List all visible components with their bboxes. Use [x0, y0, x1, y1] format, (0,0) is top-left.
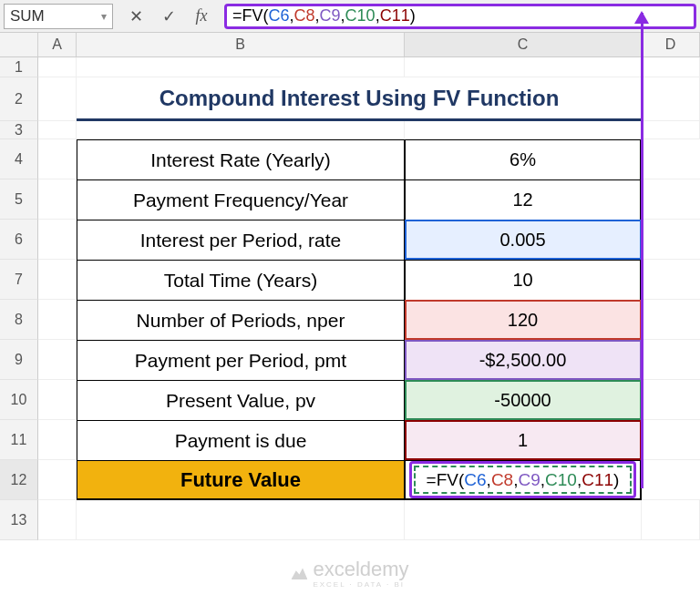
value-pv[interactable]: -50000: [405, 380, 642, 420]
cell-d5[interactable]: [642, 179, 700, 220]
cell-b1[interactable]: [77, 57, 405, 77]
row-header-9[interactable]: 9: [0, 340, 38, 380]
value-due[interactable]: 1: [405, 420, 642, 460]
col-header-c[interactable]: C: [405, 33, 642, 56]
cell-d10[interactable]: [642, 380, 700, 420]
formula-bar-icons: ✕ ✓ fx: [118, 5, 219, 28]
row-13: 13: [0, 500, 700, 540]
value-future-value[interactable]: =FV(C6,C8,C9,C10,C11): [405, 460, 642, 500]
cell-d9[interactable]: [642, 340, 700, 380]
cell-d7[interactable]: [642, 260, 700, 300]
grid-rows: 1 2 Compound Interest Using FV Function …: [0, 57, 700, 540]
value-nper[interactable]: 120: [405, 300, 642, 340]
row-header-2[interactable]: 2: [0, 77, 38, 121]
row-header-1[interactable]: 1: [0, 57, 38, 77]
formula-prefix: =FV(: [232, 6, 269, 26]
spreadsheet-grid: A B C D 1 2 Compound Interest Using FV F…: [0, 33, 700, 540]
watermark-logo-icon: [291, 567, 307, 579]
row-header-12[interactable]: 12: [0, 460, 38, 500]
row-header-6[interactable]: 6: [0, 220, 38, 260]
cell-b3[interactable]: [77, 121, 405, 139]
cell-c13[interactable]: [405, 500, 642, 540]
cell-a5[interactable]: [38, 179, 77, 220]
watermark-brand: exceldemy: [313, 558, 408, 580]
cell-a11[interactable]: [38, 420, 77, 460]
col-header-a[interactable]: A: [38, 33, 77, 56]
cell-a4[interactable]: [38, 139, 77, 179]
row-9: 9 Payment per Period, pmt -$2,500.00: [0, 340, 700, 380]
name-box[interactable]: SUM ▾: [4, 4, 113, 29]
row-2: 2 Compound Interest Using FV Function: [0, 77, 700, 121]
cell-a13[interactable]: [38, 500, 77, 540]
select-all-corner[interactable]: [0, 33, 38, 56]
cell-c1[interactable]: [405, 57, 642, 77]
label-time[interactable]: Total Time (Years): [77, 260, 405, 300]
cell-a3[interactable]: [38, 121, 77, 139]
fx-icon[interactable]: fx: [190, 5, 213, 28]
label-interest-rate[interactable]: Interest Rate (Yearly): [77, 139, 405, 179]
cell-d2[interactable]: [642, 77, 700, 121]
cell-d4[interactable]: [642, 139, 700, 179]
row-5: 5 Payment Frequency/Year 12: [0, 179, 700, 220]
cell-a12[interactable]: [38, 460, 77, 500]
cell-d11[interactable]: [642, 420, 700, 460]
ref-c10: C10: [345, 6, 376, 26]
cell-d1[interactable]: [642, 57, 700, 77]
cell-a8[interactable]: [38, 300, 77, 340]
col-header-d[interactable]: D: [642, 33, 700, 56]
cell-a7[interactable]: [38, 260, 77, 300]
row-6: 6 Interest per Period, rate 0.005: [0, 220, 700, 260]
formula-suffix: ): [410, 6, 416, 26]
label-pmt[interactable]: Payment per Period, pmt: [77, 340, 405, 380]
formula-bar: SUM ▾ ✕ ✓ fx =FV(C6,C8,C9,C10,C11): [0, 0, 700, 33]
row-header-8[interactable]: 8: [0, 300, 38, 340]
row-header-4[interactable]: 4: [0, 139, 38, 179]
value-interest-rate[interactable]: 6%: [405, 139, 642, 179]
label-nper[interactable]: Number of Periods, nper: [77, 300, 405, 340]
cell-a1[interactable]: [38, 57, 77, 77]
cell-d13[interactable]: [642, 500, 700, 540]
label-pv[interactable]: Present Value, pv: [77, 380, 405, 420]
annotation-arrow: [641, 13, 643, 488]
cell-d12[interactable]: [642, 460, 700, 500]
row-header-5[interactable]: 5: [0, 179, 38, 220]
value-pmt[interactable]: -$2,500.00: [405, 340, 642, 380]
cell-a10[interactable]: [38, 380, 77, 420]
row-header-3[interactable]: 3: [0, 121, 38, 139]
row-8: 8 Number of Periods, nper 120: [0, 300, 700, 340]
watermark-text: exceldemy EXCEL · DATA · BI: [313, 558, 408, 589]
label-due[interactable]: Payment is due: [77, 420, 405, 460]
cell-d6[interactable]: [642, 220, 700, 260]
watermark-sub: EXCEL · DATA · BI: [313, 581, 408, 589]
row-10: 10 Present Value, pv -50000: [0, 380, 700, 420]
cancel-icon[interactable]: ✕: [124, 5, 148, 28]
cell-d8[interactable]: [642, 300, 700, 340]
row-11: 11 Payment is due 1: [0, 420, 700, 460]
row-header-13[interactable]: 13: [0, 500, 38, 540]
value-pay-freq[interactable]: 12: [405, 179, 642, 220]
formula-input[interactable]: =FV(C6,C8,C9,C10,C11): [224, 4, 696, 29]
cell-a6[interactable]: [38, 220, 77, 260]
ref-c6: C6: [269, 6, 290, 26]
value-rate[interactable]: 0.005: [405, 220, 642, 260]
row-header-10[interactable]: 10: [0, 380, 38, 420]
cell-c3[interactable]: [405, 121, 642, 139]
watermark: exceldemy EXCEL · DATA · BI: [291, 558, 408, 589]
col-header-b[interactable]: B: [77, 33, 405, 56]
label-pay-freq[interactable]: Payment Frequency/Year: [77, 179, 405, 220]
label-rate[interactable]: Interest per Period, rate: [77, 220, 405, 260]
table-title[interactable]: Compound Interest Using FV Function: [77, 77, 642, 121]
value-time[interactable]: 10: [405, 260, 642, 300]
row-header-11[interactable]: 11: [0, 420, 38, 460]
label-future-value[interactable]: Future Value: [77, 460, 405, 500]
cell-d3[interactable]: [642, 121, 700, 139]
ref-c8: C8: [294, 6, 315, 26]
cell-b13[interactable]: [77, 500, 405, 540]
row-header-7[interactable]: 7: [0, 260, 38, 300]
chevron-down-icon[interactable]: ▾: [101, 10, 107, 23]
ref-c11: C11: [380, 6, 410, 26]
cell-a9[interactable]: [38, 340, 77, 380]
cell-a2[interactable]: [38, 77, 77, 121]
row-7: 7 Total Time (Years) 10: [0, 260, 700, 300]
enter-icon[interactable]: ✓: [157, 5, 180, 28]
